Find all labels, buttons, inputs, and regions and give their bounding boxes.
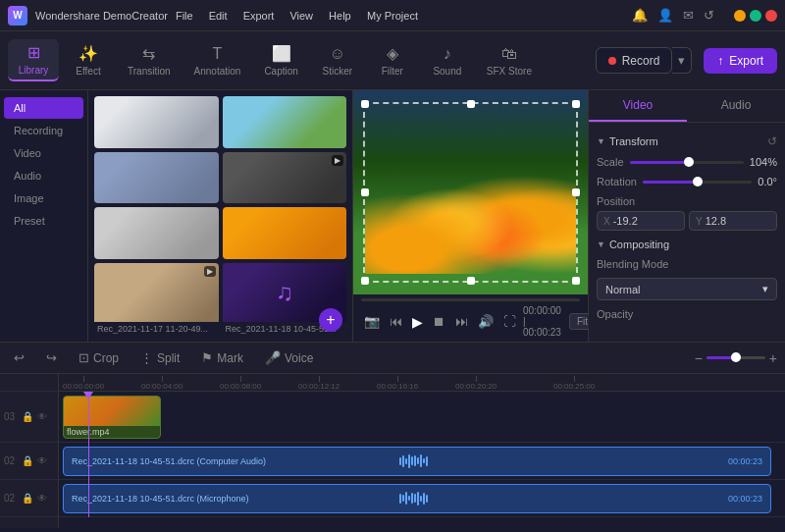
maximize-button[interactable]: □	[750, 10, 761, 22]
menu-edit[interactable]: Edit	[209, 10, 228, 22]
zoom-out-button[interactable]: −	[695, 350, 703, 366]
media-item-4[interactable]: Rec_2021-11-17 10-24-45...	[94, 207, 219, 259]
sound-icon: ♪	[444, 45, 451, 63]
fullscreen-button[interactable]: ⛶	[500, 312, 519, 331]
menu-help[interactable]: Help	[329, 10, 351, 22]
handle-mr[interactable]	[572, 188, 580, 196]
compositing-chevron-icon: ▼	[597, 239, 605, 249]
progress-bar[interactable]	[361, 298, 580, 301]
transform-reset-button[interactable]: ↺	[767, 134, 777, 148]
preview-controls: 📷 ⏮ ▶ ⏹ ⏭ 🔊 ⛶ 00:00:00 | 00:00:23 Fit 10…	[353, 294, 588, 342]
record-group: Record ▾	[596, 47, 693, 74]
media-item-6[interactable]: ▶ Rec_2021-11-17 11-20-49...	[94, 263, 219, 336]
selection-box	[363, 102, 578, 283]
user-icon[interactable]: 👤	[657, 8, 673, 23]
scale-slider[interactable]	[630, 161, 744, 164]
media-item-2[interactable]: Rec_2021-11-17 10-08-35...	[94, 152, 219, 204]
tool-caption[interactable]: ⬜ Caption	[254, 40, 307, 80]
split-button[interactable]: ⋮ Split	[134, 347, 185, 368]
record-dropdown-button[interactable]: ▾	[672, 47, 692, 74]
play-button[interactable]: ▶	[409, 312, 426, 332]
category-audio[interactable]: Audio	[4, 165, 83, 186]
handle-br[interactable]	[572, 277, 580, 285]
refresh-icon[interactable]: ↺	[704, 8, 714, 23]
track02a-lock-icon[interactable]: 🔒	[22, 455, 33, 466]
stop-button[interactable]: ⏹	[430, 312, 448, 331]
notification-icon[interactable]: 🔔	[632, 8, 648, 23]
tool-transition[interactable]: ⇆ Transition	[118, 40, 181, 80]
mail-icon[interactable]: ✉	[683, 8, 694, 23]
zoom-slider[interactable]	[706, 356, 765, 359]
time-display: 00:00:00 | 00:00:23	[523, 305, 561, 338]
blending-mode-dropdown[interactable]: Normal ▾	[597, 278, 777, 300]
media-item-3[interactable]: ▶ Rec_2021-11-17 10-11-12...	[223, 152, 347, 204]
media-item-0[interactable]: Rec_2021-11-11 10-22-01...	[94, 96, 219, 148]
mark-icon: ⚑	[201, 350, 213, 365]
annotation-icon: T	[213, 45, 223, 63]
track03-lock-icon[interactable]: 🔒	[22, 411, 33, 422]
tool-sticker[interactable]: ☺ Sticker	[312, 41, 363, 80]
rotation-slider[interactable]	[643, 181, 752, 184]
menu-view[interactable]: View	[289, 10, 313, 22]
export-button[interactable]: ↑ Export	[704, 48, 777, 74]
mark-button[interactable]: ⚑ Mark	[195, 347, 249, 368]
category-preset[interactable]: Preset	[4, 210, 83, 232]
minimize-button[interactable]: −	[734, 10, 746, 22]
handle-tm[interactable]	[467, 100, 475, 108]
tool-library[interactable]: ⊞ Library	[8, 39, 59, 81]
category-recording[interactable]: Recording	[4, 120, 83, 141]
handle-bm[interactable]	[467, 277, 475, 285]
crop-button[interactable]: ⊡ Crop	[73, 347, 125, 368]
add-media-button[interactable]: +	[319, 308, 342, 332]
preview-video	[353, 90, 588, 294]
tool-annotation[interactable]: T Annotation	[184, 41, 251, 80]
category-all[interactable]: All	[4, 97, 83, 119]
next-frame-button[interactable]: ⏭	[452, 312, 471, 331]
video-clip-flower[interactable]: flower.mp4	[63, 396, 161, 439]
position-y-input[interactable]: Y 12.8	[689, 211, 777, 231]
track03-eye-icon[interactable]: 👁	[37, 411, 47, 422]
tool-filter[interactable]: ◈ Filter	[367, 40, 418, 80]
properties-panel: Video Audio ▼ Transform ↺ Scale 104% Rot	[589, 90, 785, 342]
voice-icon: 🎤	[265, 350, 281, 365]
track02b-eye-icon[interactable]: 👁	[37, 493, 47, 504]
track02a-eye-icon[interactable]: 👁	[37, 455, 47, 466]
tab-audio[interactable]: Audio	[687, 90, 785, 122]
crop-icon: ⊡	[78, 350, 89, 365]
tool-sfx[interactable]: 🛍 SFX Store	[477, 41, 542, 80]
handle-bl[interactable]	[361, 277, 369, 285]
track-label-02a: 02 🔒 👁	[0, 443, 58, 480]
zoom-in-button[interactable]: +	[769, 350, 777, 366]
tool-effect[interactable]: ✨ Effect	[63, 40, 114, 80]
undo-button[interactable]: ↩	[8, 347, 30, 368]
title-bar-left: W Wondershare DemoCreator File Edit Expo…	[8, 6, 351, 26]
handle-tr[interactable]	[572, 100, 580, 108]
ruler-mark-3: 00:00:12:12	[298, 376, 340, 391]
playhead[interactable]	[88, 392, 89, 517]
main-content: All Recording Video Audio Image Preset R…	[0, 90, 785, 342]
ruler-marks: 00:00:00:00 00:00:04:00 00:00:08:00 00:0…	[63, 374, 781, 391]
redo-button[interactable]: ↪	[40, 347, 63, 368]
audio-clip-microphone[interactable]: Rec_2021-11-18 10-45-51.dcrc (Microphone…	[63, 484, 771, 513]
media-item-1[interactable]: Rec_2021-11-17 10-05-49...	[223, 96, 347, 148]
screenshot-button[interactable]: 📷	[361, 312, 383, 331]
position-x-input[interactable]: X -19.2	[597, 211, 685, 231]
track02b-lock-icon[interactable]: 🔒	[22, 493, 33, 504]
voice-button[interactable]: 🎤 Voice	[259, 347, 319, 368]
tab-video[interactable]: Video	[589, 90, 687, 122]
category-video[interactable]: Video	[4, 142, 83, 164]
menu-export[interactable]: Export	[243, 10, 275, 22]
prev-frame-button[interactable]: ⏮	[387, 312, 405, 331]
close-button[interactable]: ×	[765, 10, 777, 22]
audio-clip-computer[interactable]: Rec_2021-11-18 10-45-51.dcrc (Computer A…	[63, 447, 771, 476]
record-button[interactable]: Record	[596, 47, 673, 74]
effect-icon: ✨	[78, 44, 98, 63]
category-image[interactable]: Image	[4, 187, 83, 209]
handle-ml[interactable]	[361, 188, 369, 196]
tracks-content: flower.mp4 Rec_2021-11-18 10-45-51.dcrc …	[59, 392, 785, 517]
tool-sound[interactable]: ♪ Sound	[422, 41, 473, 80]
volume-button[interactable]: 🔊	[475, 312, 497, 331]
media-item-5[interactable]: Rec_2021-11-17 11-13-26...	[223, 207, 347, 259]
handle-tl[interactable]	[361, 100, 369, 108]
menu-file[interactable]: File	[176, 10, 193, 22]
